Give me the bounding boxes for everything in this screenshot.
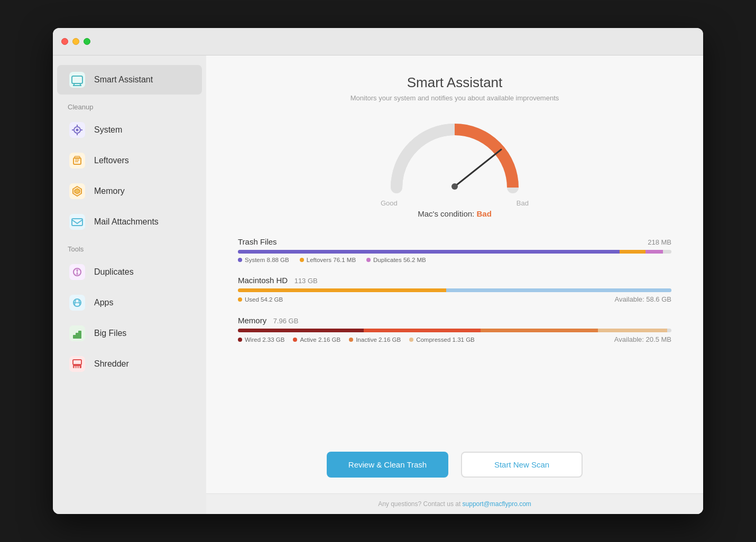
- gauge-container: Good Bad Mac's condition: Bad: [238, 119, 671, 218]
- sidebar-label-smart-assistant: Smart Assistant: [94, 75, 153, 85]
- legend-label-wired: Wired 2.33 GB: [245, 337, 284, 343]
- leftovers-icon: [68, 151, 87, 170]
- sidebar-item-duplicates[interactable]: Duplicates: [57, 257, 202, 287]
- legend-label-active: Active 2.16 GB: [300, 337, 340, 343]
- legend-item: Used 54.2 GB: [238, 295, 283, 303]
- legend-item: Wired 2.33 GB: [238, 335, 284, 343]
- stat-subtitle-hd: 113 GB: [294, 277, 318, 285]
- stat-available-hd: Available: 58.6 GB: [615, 295, 671, 303]
- segment-duplicates: [646, 250, 663, 254]
- stat-available-memory: Available: 20.5 MB: [614, 335, 671, 343]
- stat-title-hd: Macintosh HD: [238, 276, 288, 285]
- duplicates-icon: [68, 263, 87, 282]
- review-clean-trash-button[interactable]: Review & Clean Trash: [327, 452, 448, 478]
- progress-segments-hd: [238, 288, 671, 292]
- stat-legend-hd: Used 54.2 GB Available: 58.6 GB: [238, 295, 671, 303]
- legend-items-memory: Wired 2.33 GB Active 2.16 GB Inactive 2.…: [238, 335, 475, 343]
- condition-text: Mac's condition: Bad: [418, 209, 492, 218]
- svg-line-41: [455, 149, 501, 186]
- legend-label-inactive: Inactive 2.16 GB: [356, 337, 401, 343]
- gauge-bad-label: Bad: [517, 199, 529, 207]
- progress-bar-hd: [238, 288, 671, 292]
- actions-row: Review & Clean Trash Start New Scan: [206, 441, 703, 493]
- stat-legend-memory: Wired 2.33 GB Active 2.16 GB Inactive 2.…: [238, 335, 671, 343]
- section-label-tools: Tools: [53, 238, 206, 256]
- big-files-icon: [68, 324, 87, 343]
- smart-assistant-icon: [68, 70, 87, 89]
- maximize-button[interactable]: [84, 38, 90, 45]
- gauge-good-label: Good: [381, 199, 398, 207]
- svg-rect-12: [69, 153, 85, 169]
- stat-title-group-trash: Trash Files: [238, 237, 277, 247]
- sidebar-label-system: System: [94, 125, 122, 135]
- main-content: Smart Assistant Monitors your system and…: [206, 55, 703, 441]
- segment-used: [238, 288, 446, 292]
- sidebar-item-mail-attachments[interactable]: Mail Attachments: [57, 207, 202, 237]
- sidebar-label-mail-attachments: Mail Attachments: [94, 217, 159, 227]
- page-title: Smart Assistant: [238, 74, 671, 91]
- stat-row-trash: Trash Files 218 MB: [238, 237, 671, 263]
- system-icon: [68, 120, 87, 139]
- start-new-scan-button[interactable]: Start New Scan: [461, 452, 583, 478]
- sidebar-label-duplicates: Duplicates: [94, 267, 134, 277]
- stat-row-memory: Memory 7.96 GB: [238, 316, 671, 343]
- segment-system: [238, 250, 620, 254]
- legend-dot-active: [293, 338, 297, 342]
- legend-label-leftovers: Leftovers 76.1 MB: [307, 257, 356, 263]
- gauge-svg: [381, 119, 529, 198]
- sidebar-item-memory[interactable]: Memory: [57, 176, 202, 206]
- minimize-button[interactable]: [72, 38, 79, 45]
- condition-label: Mac's condition:: [418, 209, 474, 218]
- memory-icon: [68, 182, 87, 201]
- sidebar: Smart Assistant Cleanup System: [53, 55, 206, 514]
- stat-title-group-memory: Memory 7.96 GB: [238, 316, 298, 325]
- segment-leftovers: [620, 250, 646, 254]
- progress-segments-memory: [238, 329, 671, 332]
- sidebar-label-leftovers: Leftovers: [94, 156, 129, 165]
- progress-bar-memory: [238, 329, 671, 332]
- stat-header-hd: Macintosh HD 113 GB: [238, 276, 671, 285]
- legend-dot-duplicates: [366, 258, 371, 262]
- segment-compressed: [598, 329, 667, 332]
- stat-legend-trash: System 8.88 GB Leftovers 76.1 MB Duplica…: [238, 257, 671, 263]
- sidebar-item-system[interactable]: System: [57, 115, 202, 145]
- sidebar-item-smart-assistant[interactable]: Smart Assistant: [57, 65, 202, 95]
- legend-dot-wired: [238, 338, 242, 342]
- sidebar-item-big-files[interactable]: Big Files: [57, 319, 202, 348]
- segment-active: [364, 329, 481, 332]
- shredder-icon: [68, 354, 87, 373]
- condition-value: Bad: [476, 209, 491, 218]
- progress-bar-trash: [238, 250, 671, 254]
- traffic-lights: [61, 38, 90, 45]
- close-button[interactable]: [61, 38, 68, 45]
- stat-title-trash: Trash Files: [238, 237, 277, 246]
- svg-rect-33: [78, 331, 81, 339]
- stat-header-memory: Memory 7.96 GB: [238, 316, 671, 325]
- footer: Any questions? Contact us at support@mac…: [206, 493, 703, 514]
- apps-icon: [68, 293, 87, 312]
- support-link[interactable]: support@macflypro.com: [463, 500, 531, 508]
- legend-dot-inactive: [349, 338, 353, 342]
- gauge-wrap: [381, 119, 529, 198]
- svg-point-7: [76, 129, 79, 132]
- segment-inactive: [481, 329, 597, 332]
- footer-text: Any questions? Contact us at: [378, 500, 462, 508]
- legend-item: System 8.88 GB: [238, 257, 289, 263]
- sidebar-item-apps[interactable]: Apps: [57, 288, 202, 317]
- legend-dot-leftovers: [300, 258, 304, 262]
- section-label-cleanup: Cleanup: [53, 96, 206, 114]
- progress-segments-trash: [238, 250, 671, 254]
- legend-dot-used: [238, 297, 242, 302]
- legend-dot-compressed: [409, 338, 413, 342]
- page-subtitle: Monitors your system and notifies you ab…: [238, 94, 671, 102]
- content-area: Smart Assistant Cleanup System: [53, 55, 703, 514]
- segment-available: [446, 288, 671, 292]
- stat-subtitle-memory: 7.96 GB: [273, 317, 299, 325]
- sidebar-label-memory: Memory: [94, 186, 125, 196]
- sidebar-label-shredder: Shredder: [94, 359, 129, 369]
- legend-dot-system: [238, 258, 242, 262]
- svg-point-42: [451, 183, 458, 190]
- sidebar-item-shredder[interactable]: Shredder: [57, 349, 202, 379]
- legend-item: Duplicates 56.2 MB: [366, 257, 426, 263]
- sidebar-item-leftovers[interactable]: Leftovers: [57, 146, 202, 175]
